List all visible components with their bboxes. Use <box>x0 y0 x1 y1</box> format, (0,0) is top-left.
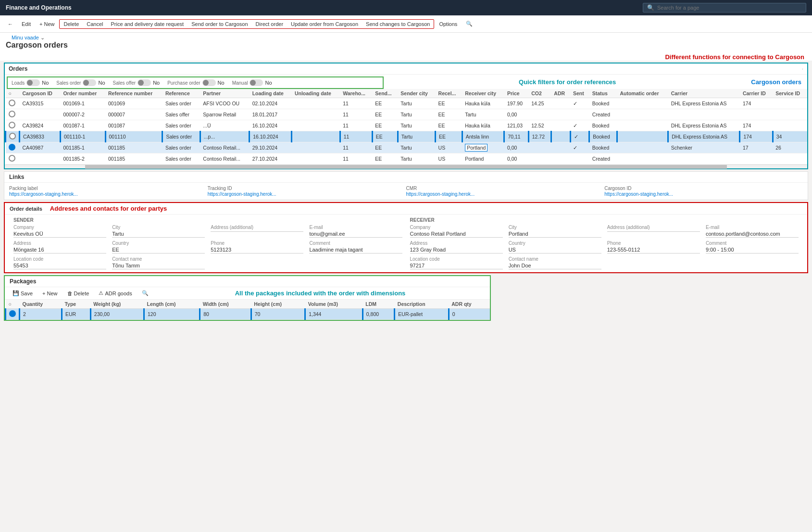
link-label: Cargoson ID <box>604 186 803 191</box>
pkg-row-radio[interactable] <box>9 310 16 317</box>
cancel-button[interactable]: Cancel <box>83 20 107 28</box>
cell-sent: ✓ <box>570 120 589 131</box>
cell-service-id: 34 <box>773 131 807 142</box>
table-row[interactable]: 000007-2 000007 Sales offer Sparrow Reta… <box>6 109 808 120</box>
price-delivery-button[interactable]: Price and delivery date request <box>107 20 188 28</box>
toggle-sales-offer[interactable] <box>137 79 151 86</box>
search-icon: 🔍 <box>647 4 654 11</box>
row-radio[interactable] <box>9 144 15 151</box>
toggle-sales-order[interactable] <box>83 79 96 86</box>
send-cargoson-button[interactable]: Send order to Cargoson <box>187 20 251 28</box>
link-value[interactable]: https://cargoson-staging.herok... <box>208 191 276 197</box>
cell-ref-number: 000007 <box>105 109 162 120</box>
search-input[interactable] <box>657 5 802 11</box>
cell-loading-date: 16.10.2024 <box>250 131 292 142</box>
pkg-new-button[interactable]: + New <box>38 290 62 297</box>
breadcrumb[interactable]: Minu vaade ⌄ <box>6 33 50 41</box>
cell-select[interactable] <box>6 98 20 109</box>
pkg-cell-select[interactable] <box>6 309 20 320</box>
link-value[interactable]: https://cargoson-staging.herok... <box>406 191 475 197</box>
row-radio[interactable] <box>9 155 15 162</box>
sender-company: Company Keevitus OÜ <box>13 225 106 238</box>
send-changes-button[interactable]: Send changes to Cargoson <box>362 20 434 28</box>
pkg-delete-button[interactable]: 🗑 Delete <box>63 290 93 297</box>
cell-status: Booked <box>589 142 617 153</box>
edit-button[interactable]: Edit <box>18 20 35 28</box>
pkg-col-adr-qty: ADR qty <box>449 300 490 309</box>
links-grid: Packing label https://cargoson-staging.h… <box>4 183 808 200</box>
cell-carrier-id: 174 <box>740 120 773 131</box>
cell-order-number: 001185-2 <box>60 153 105 165</box>
cell-select[interactable] <box>6 109 20 120</box>
update-cargoson-button[interactable]: Update order from Cargoson <box>287 20 362 28</box>
cell-send: EE <box>372 98 398 109</box>
cell-co2: 12.72 <box>528 131 551 142</box>
cell-sent: ✓ <box>570 131 589 142</box>
filter-purchase-order: Purchase order No <box>167 79 224 86</box>
cell-service-id <box>773 120 807 131</box>
table-row[interactable]: CA39833 001110-1 001110 Sales order ...p… <box>6 131 808 142</box>
new-button[interactable]: + New <box>36 20 59 28</box>
back-button[interactable]: ← <box>4 20 17 28</box>
cell-select[interactable] <box>6 142 20 153</box>
cell-order-number: 001185-1 <box>60 142 105 153</box>
cell-sent: ✓ <box>570 98 589 109</box>
delete-button[interactable]: Delete <box>60 20 83 28</box>
cell-reference: Sales order <box>162 131 200 142</box>
cell-warehouse: 11 <box>340 98 372 109</box>
row-radio[interactable] <box>9 100 15 106</box>
pkg-search-button[interactable]: 🔍 <box>138 289 152 297</box>
app-title: Finance and Operations <box>6 4 643 11</box>
annotation-functions: Different functions for connecting to Ca… <box>665 53 804 61</box>
link-value[interactable]: https://cargoson-staging.herok... <box>604 191 673 197</box>
cell-select[interactable] <box>6 153 20 165</box>
cell-select[interactable] <box>6 120 20 131</box>
row-radio[interactable] <box>9 122 15 128</box>
cell-receiver-city[interactable]: Portland <box>462 142 504 153</box>
global-search[interactable]: 🔍 <box>643 3 806 13</box>
toggle-manual[interactable] <box>250 79 263 86</box>
cell-auto-order <box>617 142 668 153</box>
col-ref-number: Reference number <box>105 89 162 98</box>
cell-receiver-city: Tartu <box>462 109 504 120</box>
cell-order-number: 001069-1 <box>60 98 105 109</box>
page-title: Cargoson orders <box>0 41 812 52</box>
cell-cargoson-id <box>20 109 61 120</box>
pkg-cell-weight: 230,00 <box>90 309 144 320</box>
table-row[interactable]: CA39315 001069-1 001069 Sales order AFSI… <box>6 98 808 109</box>
cell-auto-order <box>617 120 668 131</box>
cell-receiver-city: Hauka küla <box>462 98 504 109</box>
pkg-cell-height: 70 <box>251 309 305 320</box>
table-row[interactable]: 001185-2 001185 Sales order Contoso Reta… <box>6 153 808 165</box>
filter-sales-order: Sales order No <box>56 79 105 86</box>
sender-label: SENDER <box>13 217 402 223</box>
cell-cargoson-id: CA39824 <box>20 120 61 131</box>
table-row[interactable]: CA39824 001087-1 001087 Sales order ...Ü… <box>6 120 808 131</box>
cell-ref-number: 001185 <box>105 142 162 153</box>
row-radio[interactable] <box>9 133 16 139</box>
cmd-search-button[interactable]: 🔍 <box>462 19 476 28</box>
top-bar: Finance and Operations 🔍 <box>0 0 812 15</box>
pkg-save-button[interactable]: 💾 Save <box>9 289 37 297</box>
col-reference: Reference <box>162 89 200 98</box>
link-value[interactable]: https://cargoson-staging.herok... <box>9 191 78 197</box>
col-unloading-date: Unloading date <box>292 89 340 98</box>
pkg-cell-length: 120 <box>144 309 200 320</box>
pkg-adr-button[interactable]: ⚠ ADR goods <box>95 289 136 297</box>
options-button[interactable]: Options <box>435 20 461 28</box>
direct-order-button[interactable]: Direct order <box>252 20 287 28</box>
cell-adr <box>551 131 570 142</box>
toggle-purchase-order[interactable] <box>202 79 216 86</box>
cell-status: Booked <box>589 131 617 142</box>
table-row[interactable]: CA40987 001185-1 001185 Sales order Cont… <box>6 142 808 153</box>
col-carrier-id: Carrier ID <box>740 89 773 98</box>
table-scrollbar[interactable] <box>5 165 807 168</box>
receiver-fields: Company Contoso Retail Portland City Por… <box>410 225 799 269</box>
row-radio[interactable] <box>9 111 15 117</box>
sender-section: SENDER Company Keevitus OÜ City Tartu Ad… <box>10 217 406 269</box>
package-row[interactable]: 2 EUR 230,00 120 80 70 1,344 0,800 EUR-p… <box>6 309 490 320</box>
toggle-loads[interactable] <box>26 79 40 86</box>
annotation-quick-filters: Quick filters for order references <box>519 78 616 86</box>
cell-select[interactable] <box>6 131 20 142</box>
cell-unloading-date <box>292 109 340 120</box>
